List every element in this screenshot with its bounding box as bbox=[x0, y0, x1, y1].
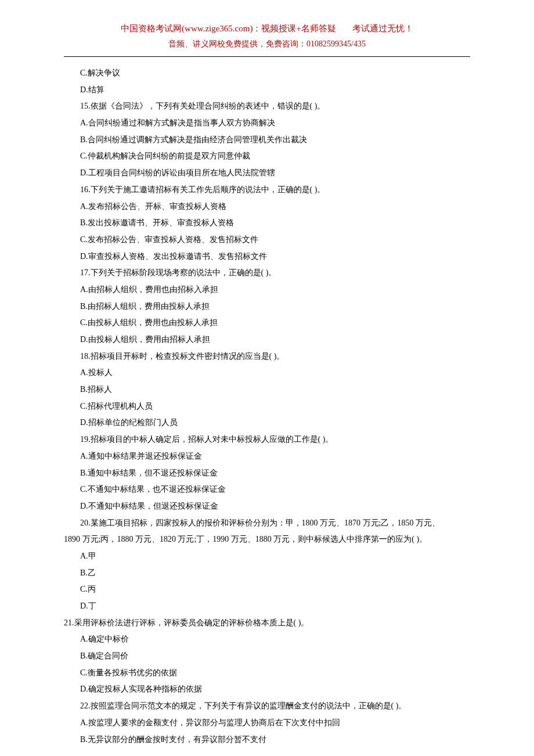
option-text: A.发布招标公告、开标、审查投标人资格 bbox=[64, 199, 470, 215]
divider bbox=[64, 56, 470, 57]
option-text: A.确定中标价 bbox=[64, 631, 470, 648]
option-text: B.通知中标结果，但不退还投标保证金 bbox=[64, 465, 470, 482]
option-text: A.甲 bbox=[64, 548, 470, 565]
option-text: B.合同纠纷通过调解方式解决是指由经济合同管理机关作出裁决 bbox=[64, 132, 470, 149]
document-body: C.解决争议 D.结算 15.依据《合同法》，下列有关处理合同纠纷的表述中，错误… bbox=[64, 65, 470, 748]
option-text: B.由招标人组织，费用由投标人承担 bbox=[64, 298, 470, 315]
option-text: A.按监理人要求的金额支付，异议部分与监理人协商后在下次支付中扣回 bbox=[64, 715, 470, 732]
option-text: C.衡量各投标书优劣的依据 bbox=[64, 665, 470, 682]
option-text: C.不通知中标结果，也不退还投标保证金 bbox=[64, 481, 470, 498]
question-text-cont: 1890 万元;丙，1880 万元、1820 万元;丁，1990 万元、1880… bbox=[64, 531, 470, 548]
question-text: 20.某施工项目招标，四家投标人的报价和评标价分别为：甲，1800 万元、187… bbox=[64, 515, 470, 532]
option-text: A.通知中标结果并退还投标保证金 bbox=[64, 448, 470, 465]
option-text: D.确定投标人实现各种指标的依据 bbox=[64, 681, 470, 698]
option-text: C.由投标人组织，费用也由投标人承担 bbox=[64, 315, 470, 332]
page-container: 中国资格考试网(www.zige365.com)：视频授课+名师答疑考试通过无忧… bbox=[0, 0, 534, 756]
option-text: D.工程项目合同纠纷的诉讼由项目所在地人民法院管辖 bbox=[64, 165, 470, 182]
option-text: D.招标单位的纪检部门人员 bbox=[64, 415, 470, 431]
question-text: 18.招标项目开标时，检查投标文件密封情况的应当是( )。 bbox=[64, 348, 470, 365]
header-site: 中国资格考试网(www.zige365.com)：视频授课+名师答疑 bbox=[121, 24, 336, 33]
option-text: D.丁 bbox=[64, 598, 470, 615]
option-text: D.结算 bbox=[64, 82, 470, 99]
header-line-1: 中国资格考试网(www.zige365.com)：视频授课+名师答疑考试通过无忧… bbox=[64, 23, 470, 34]
option-text: D.审查投标人资格、发出投标邀请书、发售招标文件 bbox=[64, 249, 470, 265]
option-text: C.招标代理机构人员 bbox=[64, 398, 470, 415]
option-text: B.无异议部分的酬金按时支付，有异议部分暂不支付 bbox=[64, 732, 470, 748]
question-text: 22.按照监理合同示范文本的规定，下列关于有异议的监理酬金支付的说法中，正确的是… bbox=[64, 698, 470, 715]
option-text: B.发出投标邀请书、开标、审查投标人资格 bbox=[64, 215, 470, 232]
option-text: A.由招标人组织，费用也由招标入承担 bbox=[64, 282, 470, 298]
option-text: D.由投标人组织，费用由招标人承担 bbox=[64, 332, 470, 348]
question-text: 16.下列关于施工邀请招标有关工作先后顺序的说法中，正确的是( )。 bbox=[64, 182, 470, 199]
option-text: B.确定合同价 bbox=[64, 648, 470, 665]
header-line-2: 音频、讲义网校免费提供，免费咨询：01082599345/435 bbox=[64, 39, 470, 49]
option-text: C.解决争议 bbox=[64, 65, 470, 82]
option-text: A.投标人 bbox=[64, 365, 470, 381]
question-text: 17.下列关于招标阶段现场考察的说法中，正确的是( )。 bbox=[64, 265, 470, 282]
option-text: D.不通知中标结果，但退还投标保证金 bbox=[64, 498, 470, 515]
option-text: A.合同纠纷通过和解方式解决是指当事人双方协商解决 bbox=[64, 115, 470, 132]
question-text: 21.采用评标价法进行评标，评标委员会确定的评标价格本质上是( )。 bbox=[64, 615, 470, 632]
option-text: C.仲裁机构解决合同纠纷的前提是双方同意仲裁 bbox=[64, 148, 470, 165]
header-slogan: 考试通过无忧！ bbox=[352, 24, 413, 33]
question-text: 15.依据《合同法》，下列有关处理合同纠纷的表述中，错误的是( )。 bbox=[64, 98, 470, 115]
option-text: C.丙 bbox=[64, 581, 470, 598]
question-text: 19.招标项目的中标人确定后，招标人对未中标投标人应做的工作是( )。 bbox=[64, 431, 470, 448]
option-text: C.发布招标公告、审查投标人资格、发售招标文件 bbox=[64, 232, 470, 249]
option-text: B.乙 bbox=[64, 565, 470, 582]
option-text: B.招标人 bbox=[64, 381, 470, 398]
